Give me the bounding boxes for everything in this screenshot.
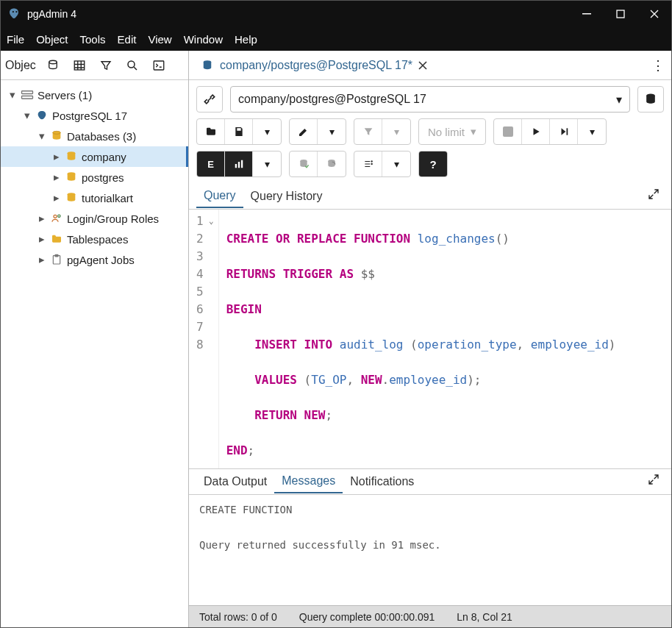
sql-editor[interactable]: 1⌄ 2 3 4 5 6 7 8 CREATE OR REPLACE FUNCT… [189,210,671,468]
status-time: Query complete 00:00:00.091 [299,611,435,623]
svg-rect-19 [503,126,513,137]
connection-label: company/postgres@PostgreSQL 17 [238,93,426,106]
sidebar-db-icon[interactable] [42,55,64,76]
sidebar-search-icon[interactable] [121,55,143,76]
connection-toggle-button[interactable] [196,86,223,113]
sidebar: Objec ▾ Servers (1) ▾ PostgreSQL 17 [1,51,189,627]
chevron-right-icon: ▸ [36,233,48,245]
macros-dropdown-button[interactable]: ▾ [382,151,410,176]
rollback-button[interactable] [318,151,346,176]
svg-rect-22 [237,162,239,168]
database-icon [64,171,79,184]
tab-query-history[interactable]: Query History [243,185,330,207]
menu-object[interactable]: Object [36,33,68,46]
tab-data-output[interactable]: Data Output [196,471,274,493]
stop-button[interactable] [494,119,522,144]
sidebar-filter-icon[interactable] [95,55,117,76]
menu-file[interactable]: File [7,33,24,46]
expand-icon[interactable] [648,474,664,490]
tab-messages[interactable]: Messages [274,470,343,493]
status-rows: Total rows: 0 of 0 [199,611,277,623]
tree-db-postgres[interactable]: ▸ postgres [1,167,188,188]
chevron-down-icon: ▾ [616,93,622,107]
clipboard-icon [49,253,64,266]
chevron-down-icon: ▾ [7,89,18,101]
edit-dropdown-button[interactable]: ▾ [318,119,346,144]
chevron-down-icon: ▾ [36,130,48,142]
database-icon [201,59,214,72]
database-icon [64,150,79,163]
analyze-button[interactable] [225,151,253,176]
tree-databases[interactable]: ▾ Databases (3) [1,126,188,146]
tree-login-roles[interactable]: ▸ Login/Group Roles [1,208,188,229]
connection-row: company/postgres@PostgreSQL 17 ▾ [189,80,671,118]
tree-db-company[interactable]: ▸ company [1,146,188,167]
close-icon[interactable] [418,61,427,70]
sidebar-table-icon[interactable] [68,55,90,76]
app-logo-icon [7,7,21,21]
tab-query[interactable]: Query [196,185,243,208]
execute-step-button[interactable] [550,119,578,144]
tree-label: pgAgent Jobs [67,254,135,266]
expand-icon[interactable] [648,188,664,204]
chevron-right-icon: ▸ [51,171,62,183]
chevron-down-icon: ▾ [21,110,33,121]
editor-tab[interactable]: company/postgres@PostgreSQL 17* [193,56,435,75]
tree-tablespaces[interactable]: ▸ Tablespaces [1,229,188,249]
editor-tabbar: company/postgres@PostgreSQL 17* ⋮ [189,51,671,80]
folder-icon [49,232,64,246]
save-dropdown-button[interactable]: ▾ [253,119,281,144]
chevron-right-icon: ▸ [36,254,48,265]
filter-dropdown-button[interactable]: ▾ [382,119,410,144]
execute-dropdown-button[interactable]: ▾ [578,119,606,144]
tree-label: Login/Group Roles [67,213,159,225]
help-button[interactable]: ? [419,151,447,176]
query-toolbar-2: E ▾ ▾ ? [189,151,671,183]
execute-button[interactable] [522,119,550,144]
svg-rect-23 [240,160,242,168]
save-button[interactable] [225,119,253,144]
tree-db-tutorialkart[interactable]: ▸ tutorialkart [1,188,188,208]
edit-button[interactable] [290,119,318,144]
open-file-button[interactable] [197,119,225,144]
kebab-menu-button[interactable]: ⋮ [649,57,667,74]
tree-pgagent[interactable]: ▸ pgAgent Jobs [1,249,188,270]
explain-button[interactable]: E [197,151,225,176]
maximize-button[interactable] [604,1,637,27]
query-toolbar: ▾ ▾ ▾ No limit ▾ ▾ [189,118,671,151]
explain-dropdown-button[interactable]: ▾ [253,151,281,176]
filter-button[interactable] [354,119,382,144]
menu-edit[interactable]: Edit [118,33,137,46]
output-tabs: Data Output Messages Notifications [189,468,671,495]
sidebar-terminal-icon[interactable] [148,55,170,76]
tree-label: tutorialkart [82,192,133,204]
minimize-button[interactable] [570,1,604,27]
fold-icon[interactable]: ⌄ [207,213,214,230]
database-icon [64,191,79,204]
main-panel: company/postgres@PostgreSQL 17* ⋮ compan… [189,51,671,627]
code-area[interactable]: CREATE OR REPLACE FUNCTION log_changes()… [219,210,623,468]
svg-point-27 [371,163,372,164]
menu-help[interactable]: Help [235,33,257,46]
object-tree: ▾ Servers (1) ▾ PostgreSQL 17 ▾ Database… [1,80,188,274]
tab-label: company/postgres@PostgreSQL 17* [220,59,412,72]
svg-rect-1 [617,10,624,18]
tab-notifications[interactable]: Notifications [343,471,421,493]
tree-servers[interactable]: ▾ Servers (1) [1,85,188,105]
menu-tools[interactable]: Tools [80,33,106,46]
commit-button[interactable] [290,151,318,176]
tree-server-pg17[interactable]: ▾ PostgreSQL 17 [1,105,188,126]
tree-label: company [82,151,126,163]
close-button[interactable] [637,1,671,27]
limit-select[interactable]: No limit ▾ [419,119,485,144]
svg-point-4 [128,61,135,68]
connection-db-button[interactable] [637,86,664,113]
connection-select[interactable]: company/postgres@PostgreSQL 17 ▾ [230,86,630,113]
svg-rect-7 [22,96,33,99]
tree-label: PostgreSQL 17 [52,110,127,122]
sidebar-title: Objec [5,59,36,72]
macros-button[interactable] [354,151,382,176]
menu-window[interactable]: Window [184,33,223,46]
app-window: pgAdmin 4 File Object Tools Edit View Wi… [0,0,672,628]
menu-view[interactable]: View [148,33,171,46]
